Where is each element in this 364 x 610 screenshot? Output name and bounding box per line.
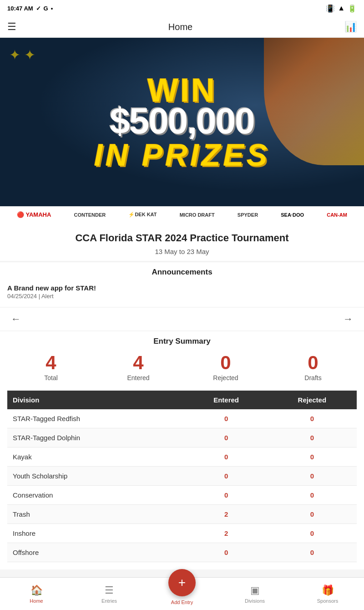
top-app-bar: ☰ Home 📊 xyxy=(0,16,364,38)
announcement-item: A Brand new app for STAR! 04/25/2024 | A… xyxy=(7,282,357,303)
status-dot-icon: • xyxy=(51,5,53,12)
drafts-value: 0 xyxy=(269,353,357,372)
hamburger-menu-icon[interactable]: ☰ xyxy=(7,21,16,33)
division-rejected: 0 xyxy=(268,504,357,524)
division-entered: 0 xyxy=(185,543,268,562)
division-entered: 2 xyxy=(185,504,268,524)
sponsors-icon: 🎁 xyxy=(322,585,334,596)
division-table: Division Entered Rejected STAR-Tagged Re… xyxy=(7,391,357,562)
col-rejected: Rejected xyxy=(268,391,357,409)
sponsors-bar: 🔴 YAMAHA CONTENDER ⚡DEK KAT MICRO DRAFT … xyxy=(0,206,364,223)
summary-rejected: 0 Rejected xyxy=(182,353,269,381)
announcement-meta: 04/25/2024 | Alert xyxy=(7,293,357,300)
col-division: Division xyxy=(7,391,185,409)
col-entered: Entered xyxy=(185,391,268,409)
summary-total: 4 Total xyxy=(7,353,95,381)
table-row: Kayak 0 0 xyxy=(7,447,357,466)
prev-arrow[interactable]: ← xyxy=(7,311,25,327)
division-name: Offshore xyxy=(7,543,185,562)
divisions-icon: ▣ xyxy=(250,585,260,596)
division-rejected: 0 xyxy=(268,428,357,447)
division-entered: 0 xyxy=(185,485,268,504)
announcements-section: Announcements A Brand new app for STAR! … xyxy=(0,262,364,307)
home-label: Home xyxy=(30,598,43,604)
table-row: Youth Scholarship 0 0 xyxy=(7,466,357,485)
divisions-label: Divisions xyxy=(245,598,265,604)
nav-sponsors[interactable]: 🎁 Sponsors xyxy=(291,581,364,607)
rejected-label: Rejected xyxy=(182,374,269,381)
division-entered: 0 xyxy=(185,409,268,428)
sponsors-label: Sponsors xyxy=(317,598,338,604)
table-row: Conservation 0 0 xyxy=(7,485,357,504)
division-entered: 2 xyxy=(185,524,268,543)
summary-drafts: 0 Drafts xyxy=(269,353,357,381)
add-entry-label: Add Entry xyxy=(171,600,193,605)
division-rejected: 0 xyxy=(268,409,357,428)
table-row: STAR-Tagged Redfish 0 0 xyxy=(7,409,357,428)
status-bar: 10:47 AM ✓ G • 📳 ▲ 🔋 xyxy=(0,0,364,16)
table-row: Inshore 2 0 xyxy=(7,524,357,543)
division-name: STAR-Tagged Dolphin xyxy=(7,428,185,447)
status-check-icon: ✓ xyxy=(36,5,41,12)
entries-label: Entries xyxy=(101,598,117,604)
summary-numbers: 4 Total 4 Entered 0 Rejected 0 Drafts xyxy=(7,353,357,381)
nav-arrows: ← → xyxy=(0,308,364,330)
sponsor-contender: CONTENDER xyxy=(74,212,106,218)
hero-prizes-text: IN PRIZES xyxy=(94,139,270,170)
entered-label: Entered xyxy=(95,374,182,381)
table-header-row: Division Entered Rejected xyxy=(7,391,357,409)
division-name: Trash xyxy=(7,504,185,524)
entered-value: 4 xyxy=(95,353,182,372)
hero-banner: ✦ ✦ WIN $500,000 IN PRIZES xyxy=(0,38,364,206)
bottom-navigation: 🏠 Home ☰ Entries + Add Entry ▣ Divisions… xyxy=(0,577,364,610)
add-entry-fab[interactable]: + xyxy=(168,569,196,596)
division-name: Kayak xyxy=(7,447,185,466)
hero-amount-text: $500,000 xyxy=(110,103,254,139)
table-row: STAR-Tagged Dolphin 0 0 xyxy=(7,428,357,447)
summary-entered: 4 Entered xyxy=(95,353,182,381)
division-rejected: 0 xyxy=(268,485,357,504)
sponsor-microdraft: MICRO DRAFT xyxy=(180,212,215,218)
home-icon: 🏠 xyxy=(30,585,43,596)
division-rejected: 0 xyxy=(268,447,357,466)
status-right-icons: 📳 ▲ 🔋 xyxy=(326,4,357,13)
nav-entries[interactable]: ☰ Entries xyxy=(73,581,146,607)
next-arrow[interactable]: → xyxy=(339,311,357,327)
division-name: Inshore xyxy=(7,524,185,543)
nav-divisions[interactable]: ▣ Divisions xyxy=(218,581,291,607)
total-label: Total xyxy=(7,374,95,381)
division-entered: 0 xyxy=(185,428,268,447)
division-name: STAR-Tagged Redfish xyxy=(7,409,185,428)
status-g-icon: G xyxy=(44,5,48,12)
sponsor-spyder: SPYDER xyxy=(238,212,258,218)
table-row: Offshore 0 0 xyxy=(7,543,357,562)
entry-summary-title: Entry Summary xyxy=(7,337,357,346)
add-icon: + xyxy=(178,576,186,589)
tournament-title: CCA Florida STAR 2024 Practice Tournamen… xyxy=(7,232,357,245)
sponsor-yamaha: 🔴 YAMAHA xyxy=(17,211,51,218)
announcement-headline: A Brand new app for STAR! xyxy=(7,284,357,292)
sponsor-canam: CAN-AM xyxy=(327,212,347,218)
announcements-title: Announcements xyxy=(7,268,357,277)
tournament-info: CCA Florida STAR 2024 Practice Tournamen… xyxy=(0,223,364,261)
division-rejected: 0 xyxy=(268,466,357,485)
total-value: 4 xyxy=(7,353,95,372)
division-name: Youth Scholarship xyxy=(7,466,185,485)
sponsor-seadoo: SEA·DOO xyxy=(281,212,304,218)
nav-home[interactable]: 🏠 Home xyxy=(0,581,73,607)
division-entered: 0 xyxy=(185,466,268,485)
sponsor-dekkat: ⚡DEK KAT xyxy=(128,212,157,218)
nav-add-entry[interactable]: + Add Entry xyxy=(146,580,218,609)
chart-icon[interactable]: 📊 xyxy=(344,21,357,33)
vibrate-icon: 📳 xyxy=(326,4,335,13)
division-rejected: 0 xyxy=(268,524,357,543)
entries-icon: ☰ xyxy=(105,585,114,596)
tournament-dates: 13 May to 23 May xyxy=(7,248,357,255)
division-rejected: 0 xyxy=(268,543,357,562)
app-title: Home xyxy=(168,22,192,32)
drafts-label: Drafts xyxy=(269,374,357,381)
stars-decoration: ✦ ✦ xyxy=(9,47,35,63)
table-row: Trash 2 0 xyxy=(7,504,357,524)
battery-icon: 🔋 xyxy=(348,4,357,13)
rejected-value: 0 xyxy=(182,353,269,372)
